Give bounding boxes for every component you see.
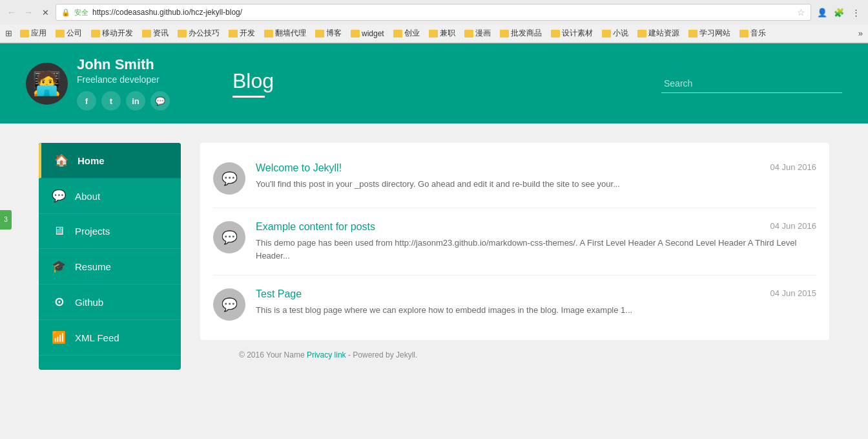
- post-title-1[interactable]: Example content for posts: [256, 221, 375, 233]
- main-container: 🏠 Home 💬 About 🖥 Projects 🎓 Resume ⊙ Git…: [0, 123, 868, 389]
- profile-button[interactable]: 👤: [815, 5, 829, 19]
- facebook-button[interactable]: f: [77, 91, 96, 111]
- folder-icon: [429, 30, 438, 37]
- lock-icon: 🔒: [61, 8, 70, 17]
- xmlfeed-icon: 📶: [52, 330, 66, 345]
- post-header-0: Welcome to Jekyll! 04 Jun 2016: [256, 162, 816, 174]
- back-button[interactable]: ←: [5, 6, 18, 19]
- post-date-2: 04 Jun 2015: [770, 288, 816, 298]
- post-date-0: 04 Jun 2016: [770, 162, 816, 172]
- bookmark-kaifa[interactable]: 开发: [225, 27, 259, 40]
- folder-icon: [500, 30, 509, 37]
- folder-icon: [56, 30, 65, 37]
- linkedin-button[interactable]: in: [126, 91, 145, 111]
- sidebar-label-about: About: [75, 191, 100, 202]
- folder-icon: [602, 30, 611, 37]
- bookmark-manhua[interactable]: 漫画: [460, 27, 495, 40]
- folder-icon: [142, 30, 151, 37]
- sidebar-item-xmlfeed[interactable]: 📶 XML Feed: [39, 320, 181, 356]
- folder-icon: [20, 30, 29, 37]
- menu-button[interactable]: ⋮: [849, 5, 863, 19]
- bookmark-yingyong[interactable]: 应用: [16, 27, 50, 40]
- sidebar-label-xmlfeed: XML Feed: [75, 332, 119, 343]
- folder-icon: [637, 30, 646, 37]
- post-item-2: 💬 Test Page 04 Jun 2015 This is a test b…: [213, 275, 816, 334]
- profile-name: John Smith: [77, 56, 170, 73]
- post-header-1: Example content for posts 04 Jun 2016: [256, 221, 816, 233]
- about-icon: 💬: [52, 189, 66, 203]
- sidebar-item-github[interactable]: ⊙ Github: [39, 284, 181, 320]
- extension-button[interactable]: 🧩: [832, 5, 846, 19]
- bookmark-zixun[interactable]: 资讯: [138, 27, 172, 40]
- post-date-1: 04 Jun 2016: [770, 221, 816, 231]
- bookmark-bangongjiqiao[interactable]: 办公技巧: [174, 27, 223, 40]
- footer-text: © 2016 Your Name: [239, 350, 305, 359]
- bookmarks-more[interactable]: »: [858, 28, 863, 38]
- sidebar-item-projects[interactable]: 🖥 Projects: [39, 214, 181, 249]
- folder-icon: [178, 30, 187, 37]
- post-avatar-2: 💬: [213, 288, 245, 321]
- nav-title-section: Blog: [232, 69, 524, 98]
- browser-titlebar: ← → ✕ 🔒 安全 https://codeasashu.github.io/…: [0, 0, 868, 25]
- close-button[interactable]: ✕: [39, 6, 52, 19]
- folder-icon: [739, 30, 749, 37]
- bookmark-chuangye[interactable]: 创业: [389, 27, 424, 40]
- privacy-link[interactable]: Privacy link: [307, 350, 346, 359]
- bookmark-jianzhan[interactable]: 建站资源: [634, 27, 683, 40]
- sidebar-item-about[interactable]: 💬 About: [39, 178, 181, 214]
- post-avatar-icon-1: 💬: [222, 230, 238, 245]
- search-input[interactable]: [661, 74, 842, 93]
- resume-icon: 🎓: [52, 259, 66, 273]
- folder-icon: [393, 30, 402, 37]
- star-icon[interactable]: ☆: [797, 7, 805, 17]
- bookmark-widget[interactable]: widget: [347, 28, 388, 39]
- bookmark-xiaoshuo[interactable]: 小说: [598, 27, 632, 40]
- avatar: 🧑‍💻: [26, 63, 68, 105]
- folder-icon: [688, 30, 698, 37]
- bookmark-shejisucai[interactable]: 设计素材: [547, 27, 597, 40]
- left-badge: 3: [0, 210, 12, 230]
- address-bar[interactable]: 🔒 安全 https://codeasashu.github.io/hcz-je…: [56, 4, 811, 21]
- post-excerpt-1: This demo page has been used from http:/…: [256, 237, 816, 262]
- post-item-1: 💬 Example content for posts 04 Jun 2016 …: [213, 208, 816, 275]
- sidebar-label-projects: Projects: [75, 226, 110, 237]
- bookmark-xuexi[interactable]: 学习网站: [685, 27, 734, 40]
- footer-suffix: - Powered by Jekyll.: [348, 350, 417, 359]
- projects-icon: 🖥: [52, 224, 66, 238]
- bookmark-music[interactable]: 音乐: [736, 27, 770, 40]
- content-area: 💬 Welcome to Jekyll! 04 Jun 2016 You'll …: [200, 143, 829, 370]
- bookmark-jianzhi[interactable]: 兼职: [425, 27, 459, 40]
- apps-icon[interactable]: ⊞: [5, 28, 12, 38]
- twitter-button[interactable]: t: [101, 91, 121, 111]
- bookmark-yidongkaifa[interactable]: 移动开发: [87, 27, 137, 40]
- nav-title-underline: [232, 96, 265, 98]
- browser-chrome: ← → ✕ 🔒 安全 https://codeasashu.github.io/…: [0, 0, 868, 43]
- search-section: [550, 74, 842, 93]
- sidebar-item-home[interactable]: 🏠 Home: [39, 143, 181, 178]
- post-content-0: Welcome to Jekyll! 04 Jun 2016 You'll fi…: [256, 162, 816, 191]
- security-label: 安全: [74, 8, 88, 17]
- browser-actions: 👤 🧩 ⋮: [815, 5, 863, 19]
- post-title-2[interactable]: Test Page: [256, 288, 302, 300]
- sidebar: 🏠 Home 💬 About 🖥 Projects 🎓 Resume ⊙ Git…: [39, 143, 181, 370]
- home-icon: 🏠: [54, 153, 68, 167]
- bookmark-boke[interactable]: 博客: [311, 27, 346, 40]
- chat-button[interactable]: 💬: [150, 91, 170, 111]
- post-avatar-1: 💬: [213, 221, 245, 253]
- social-icons: f t in 💬: [77, 91, 170, 111]
- avatar-icon: 🧑‍💻: [32, 70, 61, 97]
- posts-container: 💬 Welcome to Jekyll! 04 Jun 2016 You'll …: [200, 143, 829, 340]
- sidebar-item-resume[interactable]: 🎓 Resume: [39, 249, 181, 284]
- post-item-0: 💬 Welcome to Jekyll! 04 Jun 2016 You'll …: [213, 149, 816, 208]
- forward-button[interactable]: →: [22, 6, 35, 19]
- post-avatar-icon-0: 💬: [222, 171, 238, 186]
- bookmark-fanqiangdaili[interactable]: 翻墙代理: [260, 27, 310, 40]
- post-title-0[interactable]: Welcome to Jekyll!: [256, 162, 342, 174]
- folder-icon: [551, 30, 560, 37]
- site-header: 🧑‍💻 John Smith Freelance developer f t i…: [0, 43, 868, 123]
- profile-info: John Smith Freelance developer f t in 💬: [77, 56, 170, 111]
- bookmark-pifashanpin[interactable]: 批发商品: [496, 27, 546, 40]
- bookmark-gongsi[interactable]: 公司: [52, 27, 86, 40]
- url-text: https://codeasashu.github.io/hcz-jekyll-…: [92, 8, 793, 17]
- folder-icon: [315, 30, 324, 37]
